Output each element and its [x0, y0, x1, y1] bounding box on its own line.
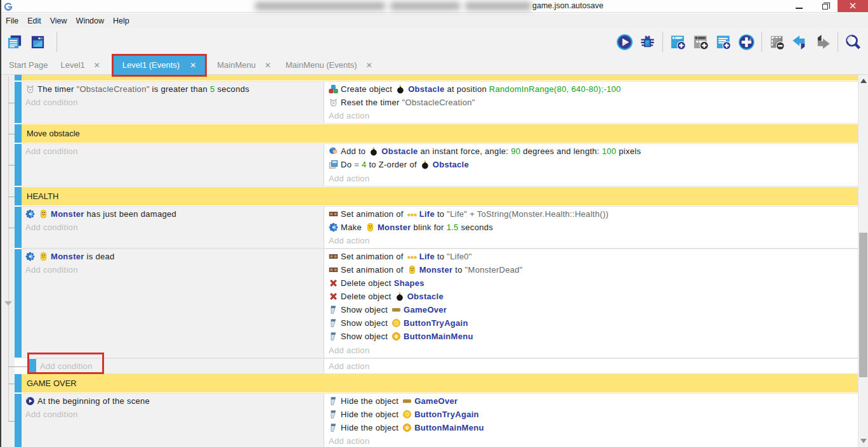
menu-file[interactable]: File: [1, 16, 23, 25]
tab-close-icon[interactable]: ✕: [262, 61, 279, 70]
condition-line[interactable]: The timer "ObstacleCreation" is greater …: [22, 82, 324, 96]
tab-close-icon[interactable]: ✕: [185, 61, 205, 70]
add-condition-button[interactable]: Add condition: [22, 263, 324, 276]
action-line[interactable]: Show object ButtonMainMenu: [324, 330, 858, 343]
action-line[interactable]: Do = 4 to Z-order of Obstacle: [324, 158, 858, 171]
action-line[interactable]: Set animation of Monster to "MonsterDead…: [324, 263, 858, 276]
action-line[interactable]: Set animation of Life to "Life" + ToStri…: [324, 207, 858, 221]
action-line[interactable]: Reset the timer "ObstacleCreation": [324, 96, 858, 109]
life-icon: [407, 209, 417, 219]
add-comment-icon[interactable]: [715, 34, 732, 51]
gdevelop-window: game.json.autosave FileEditViewWindowHel…: [0, 0, 868, 447]
action-line[interactable]: Create object Obstacle at position Rando…: [324, 82, 858, 96]
scroll-up-arrow-icon[interactable]: [860, 79, 867, 83]
group-label: Move obstacle: [22, 124, 858, 143]
value-text: 4: [362, 160, 367, 169]
add-action-button[interactable]: Add action: [324, 171, 858, 185]
tab-level1[interactable]: Level1✕: [54, 56, 108, 75]
event-row[interactable]: Add conditionAdd to Obstacle an instant …: [15, 144, 858, 185]
event-row[interactable]: At the beginning of the sceneAdd conditi…: [15, 394, 858, 447]
scene-editor-icon[interactable]: [29, 34, 46, 51]
condition-line[interactable]: Monster is dead: [22, 250, 324, 263]
action-line[interactable]: Add to Obstacle an instant force, angle:…: [324, 145, 858, 158]
text: seconds: [459, 223, 493, 232]
action-line[interactable]: Hide the object ButtonTryAgain: [324, 408, 858, 421]
bomb-icon: [369, 146, 379, 156]
tab-close-icon[interactable]: ✕: [91, 61, 109, 70]
action-line[interactable]: Delete object Obstacle: [324, 290, 858, 303]
add-condition-button[interactable]: Add condition: [22, 408, 324, 421]
event-row[interactable]: The timer "ObstacleCreation" is greater …: [15, 82, 858, 123]
text: at position: [444, 84, 489, 94]
tab-close-icon[interactable]: ✕: [364, 61, 381, 70]
tab-label: Level1: [54, 60, 91, 70]
hide-icon: [329, 396, 338, 406]
animation-icon: [329, 209, 338, 219]
gameover-icon: [402, 396, 412, 406]
action-line[interactable]: Show object ButtonTryAgain: [324, 316, 858, 330]
delete-event-icon[interactable]: [768, 34, 786, 51]
redo-icon[interactable]: [814, 34, 831, 51]
blink-icon: [329, 223, 338, 232]
add-event-icon[interactable]: [669, 34, 687, 51]
condition-line[interactable]: Monster has just been damaged: [22, 207, 324, 221]
object-name: Monster: [51, 252, 84, 261]
menu-help[interactable]: Help: [109, 16, 134, 25]
add-condition-button[interactable]: Add condition: [22, 221, 324, 234]
maximize-button[interactable]: [812, 0, 836, 12]
object-name: ButtonMainMenu: [414, 423, 484, 432]
action-line[interactable]: Hide the object ButtonMainMenu: [324, 421, 858, 434]
search-icon[interactable]: [845, 34, 862, 51]
add-action-button[interactable]: Add action: [324, 109, 858, 122]
menu-edit[interactable]: Edit: [23, 16, 46, 25]
monster-icon: [407, 265, 417, 275]
force-icon: [329, 146, 338, 156]
toolbar-separator: [838, 32, 838, 52]
bomb-icon: [396, 84, 405, 94]
health-behavior-icon: [25, 209, 35, 219]
add-subevent-icon[interactable]: [692, 34, 709, 51]
tab-start-page[interactable]: Start Page: [3, 56, 54, 75]
add-condition-button[interactable]: Add condition: [22, 96, 324, 109]
text: an instant force, angle:: [418, 146, 511, 156]
add-action-button[interactable]: Add action: [324, 344, 858, 357]
tab-mainmenu[interactable]: MainMenu✕: [211, 56, 279, 75]
tab-mainmenu-events[interactable]: MainMenu (Events)✕: [279, 56, 381, 75]
string-text: "Life" + ToString(Monster.Health::Health…: [447, 209, 608, 219]
events-editor-icon[interactable]: [6, 34, 23, 51]
action-line[interactable]: Make Monster blink for 1.5 seconds: [324, 221, 858, 234]
event-row[interactable]: Monster has just been damagedAdd conditi…: [15, 207, 858, 248]
event-row[interactable]: Monster is deadAdd conditionSet animatio…: [15, 249, 858, 358]
object-name: Obstacle: [408, 84, 444, 94]
scroll-down-arrow-icon[interactable]: [860, 439, 867, 443]
play-preview-icon[interactable]: [616, 34, 633, 51]
menu-window[interactable]: Window: [72, 16, 109, 25]
monster-icon: [365, 223, 375, 232]
group-row[interactable]: GAME OVER: [15, 374, 858, 392]
scrollbar-thumb[interactable]: [859, 233, 867, 377]
condition-line[interactable]: At the beginning of the scene: [22, 394, 324, 408]
group-row[interactable]: Move obstacle: [15, 124, 858, 143]
menu-view[interactable]: View: [46, 16, 72, 25]
group-row-partial[interactable]: [15, 75, 858, 81]
sub-event-row[interactable]: Add conditionAdd action: [29, 359, 858, 373]
add-other-event-icon[interactable]: [738, 34, 755, 51]
debugger-icon[interactable]: [639, 34, 656, 51]
group-row[interactable]: HEALTH: [15, 187, 858, 205]
add-action-button[interactable]: Add action: [324, 234, 858, 247]
action-line[interactable]: Delete object Shapes: [324, 276, 858, 290]
tab-level1-events[interactable]: Level1 (Events)✕: [114, 56, 205, 75]
fold-triangle-icon[interactable]: [4, 301, 12, 306]
add-action-button[interactable]: Add action: [324, 434, 858, 447]
add-condition-button[interactable]: Add condition: [36, 360, 324, 373]
minimize-button[interactable]: [787, 0, 811, 12]
close-button[interactable]: [838, 0, 868, 12]
action-line[interactable]: Set animation of Life to "Life0": [324, 250, 858, 263]
action-line[interactable]: Hide the object GameOver: [324, 394, 858, 408]
vertical-scrollbar[interactable]: [858, 75, 868, 447]
add-action-button[interactable]: Add action: [324, 360, 858, 373]
add-condition-button[interactable]: Add condition: [22, 145, 324, 158]
object-name: Life: [419, 252, 435, 261]
undo-icon[interactable]: [791, 34, 808, 51]
action-line[interactable]: Show object GameOver: [324, 303, 858, 316]
